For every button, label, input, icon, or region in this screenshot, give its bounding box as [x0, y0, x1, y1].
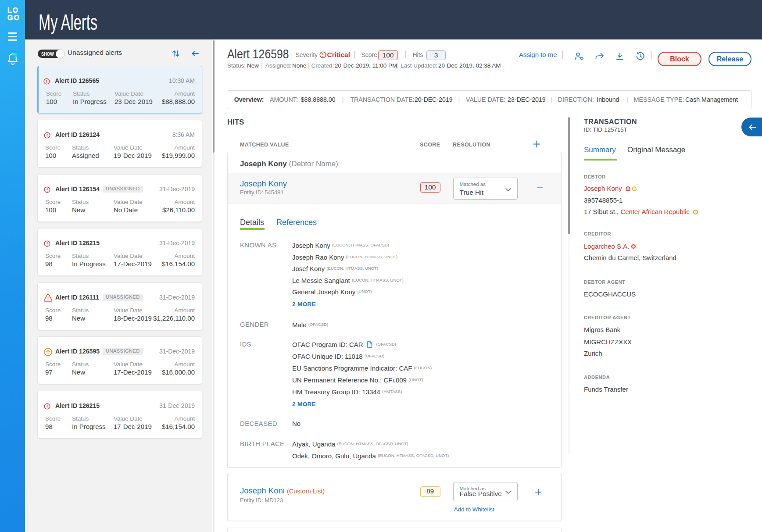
svg-text:My Alerts: My Alerts [39, 10, 97, 35]
